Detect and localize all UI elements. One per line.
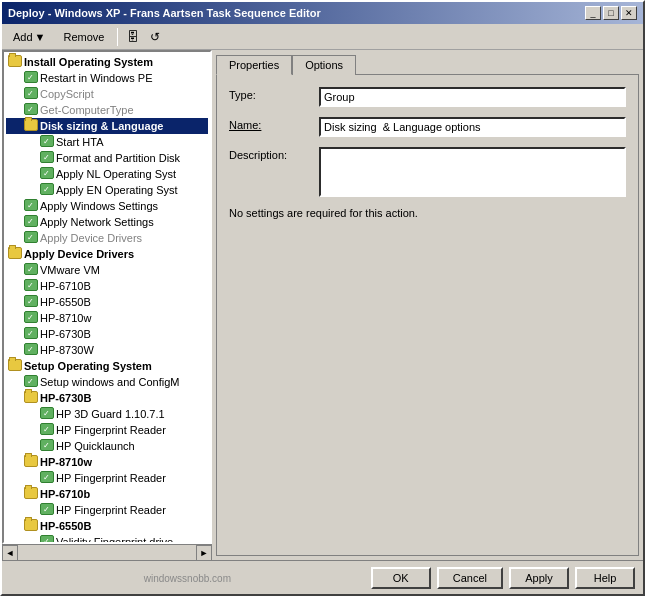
tree-item[interactable]: Disk sizing & Language [6,118,208,134]
tree-item-label: HP-6730B [40,392,91,404]
tree-item[interactable]: HP-6730B [6,326,208,342]
tree-item[interactable]: Apply EN Operating Syst [6,182,208,198]
apply-button[interactable]: Apply [509,567,569,589]
folder-icon [24,519,40,533]
tree-item-label: VMware VM [40,264,100,276]
tree-item[interactable]: HP 3D Guard 1.10.7.1 [6,406,208,422]
sub-item-icon [40,423,56,437]
tree-item[interactable]: Restart in Windows PE [6,70,208,86]
sub-item-icon [40,407,56,421]
folder-icon [24,455,40,469]
tree-item[interactable]: Install Operating System [6,54,208,70]
task-sequence-tree: Install Operating SystemRestart in Windo… [4,52,210,544]
tree-item[interactable]: Start HTA [6,134,208,150]
sub-item-icon [24,71,40,85]
tree-item-label: HP-6550B [40,520,91,532]
add-menu-button[interactable]: Add ▼ [6,28,52,46]
right-panel: Properties Options Type: Name: [212,50,643,560]
help-button[interactable]: Help [575,567,635,589]
maximize-button[interactable]: □ [603,6,619,20]
menu-separator [117,28,118,46]
tree-item[interactable]: Apply Device Drivers [6,246,208,262]
tree-item-label: Apply Device Drivers [40,232,142,244]
tree-item[interactable]: CopyScript [6,86,208,102]
tree-item[interactable]: Format and Partition Disk [6,150,208,166]
tree-item-label: HP-8710w [40,456,92,468]
tree-item-label: Get-ComputerType [40,104,134,116]
tree-item[interactable]: HP-8710w [6,310,208,326]
tree-item-label: HP Quicklaunch [56,440,135,452]
tree-item[interactable]: Apply NL Operating Syst [6,166,208,182]
tree-item[interactable]: Apply Windows Settings [6,198,208,214]
window-title: Deploy - Windows XP - Frans Aartsen Task… [8,7,321,19]
name-row: Name: [229,117,626,137]
folder-icon [24,391,40,405]
tree-item[interactable]: HP Fingerprint Reader [6,502,208,518]
tree-item[interactable]: HP Fingerprint Reader [6,422,208,438]
tree-item[interactable]: HP-6550B [6,518,208,534]
sub-item-icon [24,375,40,389]
tree-item[interactable]: HP-6710b [6,486,208,502]
tree-item-label: Validity Fingerprint drive [56,536,173,544]
minimize-button[interactable]: _ [585,6,601,20]
tree-item[interactable]: Apply Device Drivers [6,230,208,246]
horizontal-scrollbar[interactable]: ◄ ► [2,544,212,560]
left-panel[interactable]: Install Operating SystemRestart in Windo… [2,50,212,544]
tree-item-label: HP 3D Guard 1.10.7.1 [56,408,165,420]
close-button[interactable]: ✕ [621,6,637,20]
scroll-right-button[interactable]: ► [196,545,212,560]
toolbar-icon-1[interactable]: 🗄 [124,28,142,46]
sub-item-icon [40,439,56,453]
type-input[interactable] [319,87,626,107]
title-bar-buttons: _ □ ✕ [585,6,637,20]
description-textarea[interactable] [319,147,626,197]
tree-item[interactable]: Apply Network Settings [6,214,208,230]
tab-options[interactable]: Options [292,55,356,75]
tree-item-label: HP-6550B [40,296,91,308]
sub-item-icon [24,103,40,117]
tree-item[interactable]: HP-8710w [6,454,208,470]
sub-item-icon [24,199,40,213]
name-label: Name: [229,117,319,131]
tree-item[interactable]: Get-ComputerType [6,102,208,118]
tree-item[interactable]: HP-6550B [6,294,208,310]
tree-item[interactable]: Setup Operating System [6,358,208,374]
tree-item[interactable]: HP Quicklaunch [6,438,208,454]
folder-icon [8,247,24,261]
sub-item-icon [40,167,56,181]
tree-item-label: Restart in Windows PE [40,72,152,84]
tree-item[interactable]: HP Fingerprint Reader [6,470,208,486]
tree-item-label: HP-8730W [40,344,94,356]
tree-item[interactable]: Setup windows and ConfigM [6,374,208,390]
tree-item[interactable]: HP-8730W [6,342,208,358]
tab-bar: Properties Options [216,54,639,74]
remove-button[interactable]: Remove [56,28,111,46]
tree-item-label: HP Fingerprint Reader [56,504,166,516]
cancel-button[interactable]: Cancel [437,567,503,589]
tab-properties[interactable]: Properties [216,55,292,75]
sub-item-icon [40,151,56,165]
ok-button[interactable]: OK [371,567,431,589]
tree-item[interactable]: Validity Fingerprint drive [6,534,208,544]
scrollbar-track [18,545,196,560]
tree-item[interactable]: HP-6730B [6,390,208,406]
type-label: Type: [229,87,319,101]
tab-content-properties: Type: Name: Description: No settings are… [216,74,639,556]
left-panel-wrap: Install Operating SystemRestart in Windo… [2,50,212,560]
tree-item-label: Setup Operating System [24,360,152,372]
sub-item-icon [24,327,40,341]
name-input[interactable] [319,117,626,137]
tree-item-label: Apply Windows Settings [40,200,158,212]
sub-item-icon [40,503,56,517]
sub-item-icon [24,279,40,293]
tree-item[interactable]: VMware VM [6,262,208,278]
folder-icon [8,55,24,69]
toolbar-icon-2[interactable]: ↺ [146,28,164,46]
tree-item-label: HP-6710B [40,280,91,292]
tree-item[interactable]: HP-6710B [6,278,208,294]
tree-item-label: Apply Device Drivers [24,248,134,260]
tree-item-label: Apply Network Settings [40,216,154,228]
title-bar: Deploy - Windows XP - Frans Aartsen Task… [2,2,643,24]
sub-item-icon [24,87,40,101]
scroll-left-button[interactable]: ◄ [2,545,18,560]
